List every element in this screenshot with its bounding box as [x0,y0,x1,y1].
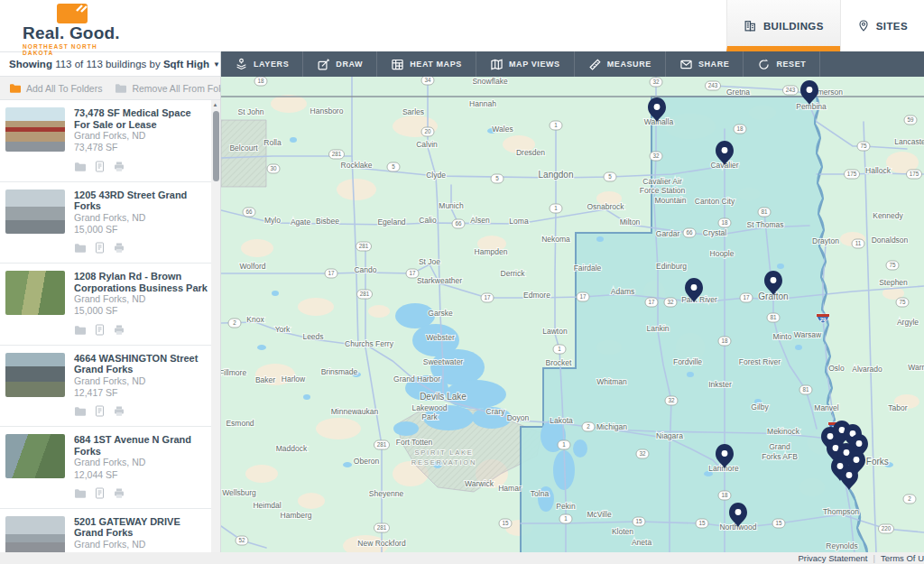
route-shield: 81 [799,385,812,394]
listing-city: Grand Forks, ND [74,212,208,224]
route-shield: 66 [243,208,255,217]
town-label: Pembina [796,102,827,111]
town-label: Nekoma [541,235,570,244]
route-shield: 81 [758,208,771,217]
town-label: Starkweather [417,276,462,285]
route-shield: 18 [718,218,731,227]
listing-item[interactable]: 1208 Rylan Rd - Brown Corporations Busin… [0,264,220,346]
town-label: Clyde [426,171,446,180]
print-icon[interactable] [113,323,125,339]
town-label: RESERVATION [411,458,476,467]
results-prefix: Showing [9,59,52,69]
svg-text:243: 243 [708,82,718,88]
folder-icon[interactable] [74,323,87,339]
listing-body: 684 1ST Avenue N Grand ForksGrand Forks,… [65,434,208,503]
listing-photo[interactable] [5,271,65,315]
town-label: Lawton [542,327,568,336]
scrollbar-thumb[interactable] [213,111,219,181]
town-label: Force Station [640,186,686,195]
map-canvas[interactable]: 1834322432432015975322815553017517518661… [221,77,924,553]
town-label: Lankin [646,324,669,333]
svg-text:81: 81 [761,208,768,215]
folder-icon[interactable] [74,241,87,257]
tab-buildings-label: BUILDINGS [763,21,824,32]
list-scrollbar[interactable]: ▲ [211,100,220,564]
listing-body: 1205 43RD Street Grand ForksGrand Forks,… [65,190,208,258]
toolbar-reset-button[interactable]: RESET [744,51,820,77]
print-icon[interactable] [113,404,125,421]
listing-item[interactable]: 4664 WASHINGTON Street Grand ForksGrand … [0,346,220,428]
town-label: Heimdal [253,501,281,510]
privacy-statement-link[interactable]: Privacy Statement [798,553,867,563]
map-svg[interactable]: 1834322432432015975322815553017517518661… [221,77,924,553]
toolbar-draw-button[interactable]: DRAW [303,51,377,77]
sort-selector[interactable]: Sqft High [163,59,209,69]
footer-bar: Privacy Statement | Terms Of U [0,552,924,564]
town-label: Thompson [823,507,859,516]
folder-icon[interactable] [74,486,87,503]
listing-photo[interactable] [5,434,65,478]
print-icon[interactable] [113,241,125,257]
lake [393,421,419,436]
tab-sites[interactable]: SITES [840,0,924,51]
town-label: Agate [291,217,310,227]
listing-item[interactable]: 73,478 SF Medical Space For Sale or Leas… [0,100,220,182]
report-icon[interactable] [95,404,105,421]
route-shield: 281 [374,523,390,532]
town-label: Fort Totten [396,438,433,447]
chevron-down-icon[interactable]: ▼ [213,60,220,69]
town-label: Loma [509,217,529,226]
town-label: Churchs Ferry [345,339,394,348]
toolbar-share-button[interactable]: SHARE [666,51,744,77]
app-root: Real. Good. NORTHEAST NORTH DAKOTA BUILD… [0,0,924,564]
report-icon[interactable] [95,241,105,257]
toolbar-button-label: LAYERS [254,60,289,69]
listing-photo[interactable] [5,190,65,234]
svg-text:1: 1 [554,122,558,128]
scroll-up-arrow-icon[interactable]: ▲ [213,102,218,107]
toolbar-measure-button[interactable]: MEASURE [575,51,666,77]
town-label: Hamar [498,484,522,493]
terrain-patch [368,305,390,318]
report-icon[interactable] [95,160,105,176]
report-icon[interactable] [95,323,105,339]
svg-text:52: 52 [238,537,245,543]
folder-gray-icon [115,83,127,94]
terms-link[interactable]: Terms Of U [881,553,924,563]
town-label: Alsen [470,216,490,225]
lake [303,394,310,400]
town-label: Brinsmade [321,367,358,376]
tab-buildings[interactable]: BUILDINGS [726,0,840,51]
toolbar-heat-maps-button[interactable]: HEAT MAPS [377,51,476,77]
folder-icon[interactable] [74,404,87,421]
svg-text:5: 5 [392,163,395,170]
svg-text:66: 66 [686,229,693,236]
print-icon[interactable] [113,160,125,176]
listing-photo[interactable] [5,107,65,152]
route-shield: 281 [329,150,345,159]
toolbar-layers-button[interactable]: LAYERS [221,51,303,77]
town-label: Cando [354,265,376,274]
listing-body: 4664 WASHINGTON Street Grand ForksGrand … [65,353,208,421]
add-all-to-folders-button[interactable]: Add All To Folders [9,83,102,94]
toolbar-map-views-button[interactable]: MAP VIEWS [476,51,575,77]
town-label: Whitman [596,377,627,386]
town-label: Oslo [828,364,845,373]
town-label: Alvarado [852,365,882,374]
route-shield: 17 [645,298,658,307]
listing-sqft: 15,000 SF [74,224,208,236]
town-label: Hoople [710,249,735,258]
terrain-patch [337,179,376,200]
folder-icon[interactable] [74,160,87,176]
listing-item[interactable]: 1205 43RD Street Grand ForksGrand Forks,… [0,182,220,264]
svg-text:66: 66 [245,208,253,215]
report-icon[interactable] [95,486,105,503]
town-label: Wolford [239,262,265,271]
svg-text:81: 81 [770,314,777,320]
listing-photo[interactable] [5,353,65,397]
town-label: Maddock [276,444,308,453]
listing-item[interactable]: 684 1ST Avenue N Grand ForksGrand Forks,… [0,427,220,509]
print-icon[interactable] [113,486,125,503]
route-shield: 5 [604,172,616,181]
town-label: Grand [769,442,790,451]
